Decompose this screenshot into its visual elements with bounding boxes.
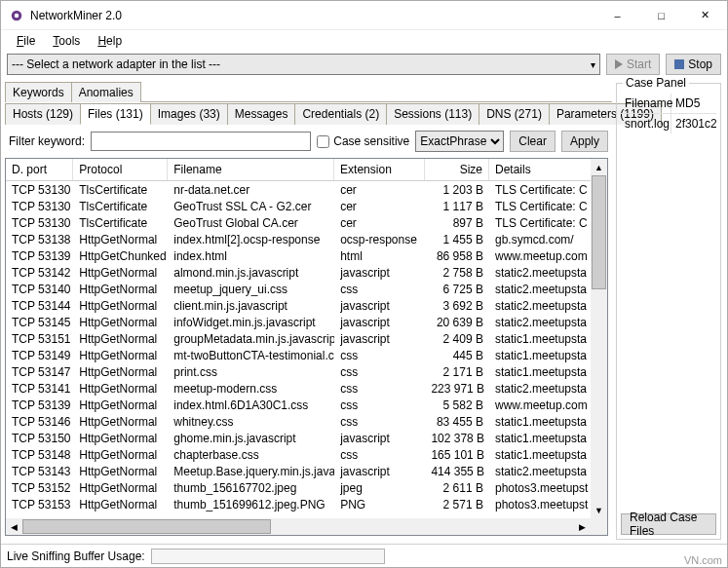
stop-button[interactable]: Stop: [666, 54, 721, 75]
table-row[interactable]: TCP 53138HttpGetNormalindex.html[2].ocsp…: [6, 231, 607, 247]
apply-button[interactable]: Apply: [561, 131, 608, 152]
col-extension[interactable]: Extension: [334, 159, 425, 180]
clear-button[interactable]: Clear: [510, 131, 556, 152]
cell-size: 223 971 B: [425, 382, 489, 396]
col-protocol[interactable]: Protocol: [73, 159, 168, 180]
table-row[interactable]: TCP 53130TlsCertificateGeoTrust Global C…: [6, 214, 607, 231]
case-panel-header: Filename MD5: [621, 94, 716, 114]
cell-protocol: TlsCertificate: [73, 216, 168, 230]
filter-row: Filter keyword: Case sensitive ExactPhra…: [5, 125, 612, 158]
titlebar: NetworkMiner 2.0 – □ ✕: [1, 1, 727, 30]
menu-help[interactable]: Help: [90, 32, 130, 50]
tab-dns-271-[interactable]: DNS (271): [479, 103, 550, 125]
reload-case-files-button[interactable]: Reload Case Files: [621, 513, 716, 535]
cell-protocol: HttpGetNormal: [73, 415, 168, 429]
tab-messages[interactable]: Messages: [227, 103, 296, 125]
case-col-md5[interactable]: MD5: [671, 94, 716, 113]
table-row[interactable]: TCP 53149HttpGetNormalmt-twoButtonCTA-te…: [6, 347, 607, 363]
cell-dport: TCP 53152: [6, 481, 73, 495]
col-details[interactable]: Details: [489, 159, 607, 180]
cell-details: photos3.meetupst: [489, 498, 607, 511]
cell-extension: ocsp-response: [334, 233, 425, 246]
scroll-corner: [591, 518, 607, 535]
tab-keywords[interactable]: Keywords: [5, 82, 72, 102]
horizontal-scrollbar[interactable]: ◀ ▶: [6, 518, 591, 535]
adapter-select[interactable]: --- Select a network adapter in the list…: [7, 54, 600, 75]
table-row[interactable]: TCP 53142HttpGetNormalalmond.min.js.java…: [6, 264, 607, 281]
menu-file[interactable]: File: [9, 32, 43, 50]
scroll-right-icon[interactable]: ▶: [574, 518, 591, 535]
cell-extension: javascript: [334, 266, 425, 280]
cell-extension: cer: [334, 200, 425, 213]
table-row[interactable]: TCP 53145HttpGetNormalinfoWidget.min.js.…: [6, 314, 607, 330]
cell-protocol: HttpGetNormal: [73, 332, 168, 346]
minimize-button[interactable]: –: [595, 1, 639, 30]
cell-protocol: HttpGetNormal: [73, 465, 168, 478]
cell-details: static1.meetupsta: [489, 349, 607, 362]
maximize-button[interactable]: □: [639, 1, 683, 30]
table-row[interactable]: TCP 53147HttpGetNormalprint.csscss2 171 …: [6, 363, 607, 380]
adapter-select-text: --- Select a network adapter in the list…: [12, 57, 220, 71]
table-row[interactable]: TCP 53148HttpGetNormalchapterbase.csscss…: [6, 446, 607, 463]
table-row[interactable]: TCP 53130TlsCertificatenr-data.net.cerce…: [6, 181, 607, 198]
cell-protocol: HttpGetNormal: [73, 382, 168, 396]
table-row[interactable]: TCP 53150HttpGetNormalghome.min.js.javas…: [6, 430, 607, 446]
cell-protocol: HttpGetNormal: [73, 481, 168, 495]
cell-size: 83 455 B: [425, 415, 489, 429]
table-row[interactable]: TCP 53130TlsCertificateGeoTrust SSL CA -…: [6, 198, 607, 214]
filter-input[interactable]: [91, 132, 311, 151]
table-row[interactable]: TCP 53143HttpGetNormalMeetup.Base.jquery…: [6, 463, 607, 479]
cell-dport: TCP 53140: [6, 283, 73, 296]
cell-filename: GeoTrust Global CA.cer: [168, 216, 334, 230]
case-col-filename[interactable]: Filename: [621, 94, 671, 113]
cell-details: TLS Certificate: C: [489, 183, 607, 197]
adapter-bar: --- Select a network adapter in the list…: [1, 52, 727, 77]
table-row[interactable]: TCP 53140HttpGetNormalmeetup_jquery_ui.c…: [6, 281, 607, 297]
tab-files-131-[interactable]: Files (131): [80, 103, 151, 125]
close-button[interactable]: ✕: [683, 1, 727, 30]
case-sensitive-checkbox[interactable]: [317, 135, 329, 148]
cell-extension: javascript: [334, 332, 425, 346]
table-row[interactable]: TCP 53151HttpGetNormalgroupMetadata.min.…: [6, 330, 607, 347]
case-panel-title: Case Panel: [623, 76, 689, 90]
cell-protocol: HttpGetNormal: [73, 233, 168, 246]
cell-extension: javascript: [334, 465, 425, 478]
col-size[interactable]: Size: [425, 159, 489, 180]
table-row[interactable]: TCP 53139HttpGetNormalindex.html.6D1A30C…: [6, 397, 607, 413]
tab-credentials-2-[interactable]: Credentials (2): [294, 103, 387, 125]
chevron-down-icon: ▾: [591, 59, 595, 70]
col-filename[interactable]: Filename: [168, 159, 334, 180]
tab-images-33-[interactable]: Images (33): [150, 103, 228, 125]
start-button[interactable]: Start: [606, 54, 660, 75]
filter-mode-select[interactable]: ExactPhrase: [415, 131, 504, 152]
cell-size: 1 455 B: [425, 233, 489, 246]
menubar: File Tools Help: [1, 30, 727, 52]
scroll-left-icon[interactable]: ◀: [6, 518, 22, 535]
cell-extension: css: [334, 448, 425, 462]
table-row[interactable]: TCP 53152HttpGetNormalthumb_156167702.jp…: [6, 479, 607, 496]
tab-anomalies[interactable]: Anomalies: [71, 82, 141, 102]
table-row[interactable]: TCP 53144HttpGetNormalclient.min.js.java…: [6, 297, 607, 314]
table-row[interactable]: TCP 53141HttpGetNormalmeetup-modern.cssc…: [6, 380, 607, 397]
table-row[interactable]: TCP 53146HttpGetNormalwhitney.csscss83 4…: [6, 413, 607, 430]
cell-extension: cer: [334, 183, 425, 197]
hscroll-thumb[interactable]: [22, 519, 271, 534]
cell-extension: javascript: [334, 432, 425, 445]
col-dport[interactable]: D. port: [6, 159, 73, 180]
case-row[interactable]: snort.log.…2f301c2…: [621, 114, 716, 133]
tab-sessions-113-[interactable]: Sessions (113): [386, 103, 479, 125]
vertical-scrollbar[interactable]: ▲ ▼: [591, 159, 607, 518]
tab-hosts-129-[interactable]: Hosts (129): [5, 103, 81, 125]
menu-tools[interactable]: Tools: [45, 32, 88, 50]
svg-point-1: [15, 13, 19, 17]
cell-size: 2 611 B: [425, 481, 489, 495]
scroll-down-icon[interactable]: ▼: [591, 502, 607, 518]
table-row[interactable]: TCP 53139HttpGetChunkedindex.htmlhtml86 …: [6, 247, 607, 264]
cell-protocol: TlsCertificate: [73, 200, 168, 213]
cell-size: 2 571 B: [425, 498, 489, 511]
vscroll-thumb[interactable]: [592, 175, 606, 289]
table-row[interactable]: TCP 53153HttpGetNormalthumb_151699612.jp…: [6, 496, 607, 512]
cell-dport: TCP 53130: [6, 200, 73, 213]
cell-filename: groupMetadata.min.js.javascript: [168, 332, 334, 346]
scroll-up-icon[interactable]: ▲: [591, 159, 607, 175]
